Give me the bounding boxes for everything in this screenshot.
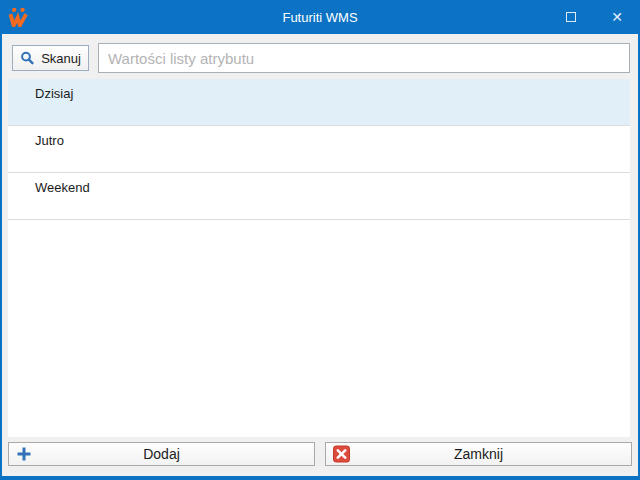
red-x-icon <box>333 446 350 463</box>
maximize-icon <box>566 12 576 22</box>
title-bar: Futuriti WMS ✕ <box>0 0 640 34</box>
add-button-label: Dodaj <box>143 446 180 462</box>
close-window-button[interactable]: ✕ <box>594 0 640 34</box>
list-item-label: Weekend <box>35 180 90 195</box>
plus-icon <box>16 446 32 462</box>
footer-bar: Dodaj Zamknij <box>8 442 632 466</box>
window-controls: ✕ <box>548 0 640 34</box>
list-item-label: Dzisiaj <box>35 86 73 101</box>
futuriti-w-logo-icon <box>8 7 31 27</box>
close-button[interactable]: Zamknij <box>325 442 632 466</box>
attribute-list-input[interactable] <box>98 43 630 73</box>
list-item-label: Jutro <box>35 133 64 148</box>
window-body: Skanuj Dzisiaj Jutro Weekend <box>0 34 640 480</box>
scan-button-label: Skanuj <box>41 51 81 66</box>
maximize-button[interactable] <box>548 0 594 34</box>
list-item[interactable]: Jutro <box>8 126 630 173</box>
scan-button[interactable]: Skanuj <box>12 45 89 71</box>
list-item[interactable]: Weekend <box>8 173 630 220</box>
list-item[interactable]: Dzisiaj <box>8 79 630 126</box>
magnifier-icon <box>20 51 34 65</box>
close-button-label: Zamknij <box>454 446 503 462</box>
attribute-value-list: Dzisiaj Jutro Weekend <box>8 79 630 437</box>
toolbar: Skanuj <box>12 43 630 73</box>
window-title: Futuriti WMS <box>0 10 640 25</box>
app-window: Futuriti WMS ✕ Skanuj <box>0 0 640 480</box>
close-icon: ✕ <box>611 10 623 24</box>
add-button[interactable]: Dodaj <box>8 442 315 466</box>
